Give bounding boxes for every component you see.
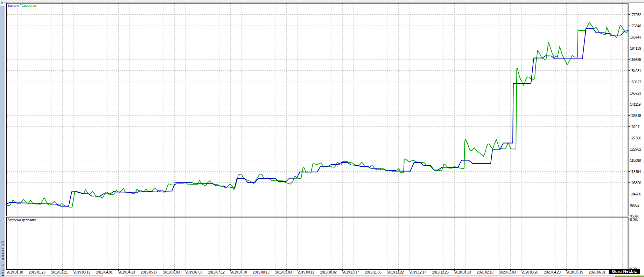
svg-text:177952: 177952 xyxy=(630,13,641,17)
svg-text:168743: 168743 xyxy=(630,35,641,39)
svg-text:145723: 145723 xyxy=(630,91,641,95)
svg-text:141119: 141119 xyxy=(630,103,641,106)
svg-text:108890: 108890 xyxy=(630,181,641,185)
svg-text:0.0%: 0.0% xyxy=(630,218,638,222)
svg-text:136515: 136515 xyxy=(630,114,641,118)
svg-text:131911: 131911 xyxy=(630,125,641,129)
svg-text:99682: 99682 xyxy=(630,203,639,207)
svg-text:113494: 113494 xyxy=(630,170,641,174)
svg-text:154931: 154931 xyxy=(630,69,641,73)
svg-text:173348: 173348 xyxy=(630,24,641,28)
svg-text:127306: 127306 xyxy=(630,136,641,140)
svg-text:150327: 150327 xyxy=(630,80,641,84)
svg-text:164139: 164139 xyxy=(630,47,641,50)
svg-text:159535: 159535 xyxy=(630,58,641,62)
svg-text:95078: 95078 xyxy=(630,214,639,218)
svg-text:118098: 118098 xyxy=(630,159,641,162)
svg-text:104286: 104286 xyxy=(630,192,641,196)
svg-text:122702: 122702 xyxy=(630,147,641,151)
